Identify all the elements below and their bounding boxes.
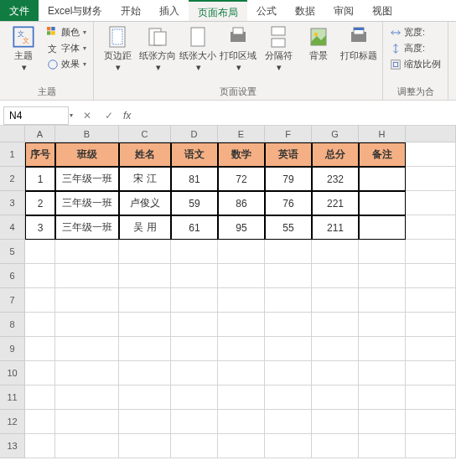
- cell[interactable]: [55, 264, 119, 288]
- cell[interactable]: [171, 313, 218, 337]
- cell[interactable]: 76: [265, 191, 312, 215]
- cell[interactable]: [25, 240, 55, 264]
- cell[interactable]: [25, 410, 55, 434]
- cell[interactable]: [312, 288, 359, 313]
- row-header[interactable]: 12: [0, 410, 25, 434]
- col-header[interactable]: H: [359, 126, 406, 142]
- cell[interactable]: 三年级一班: [55, 167, 119, 191]
- row-header[interactable]: 8: [0, 313, 25, 337]
- namebox-dropdown-icon[interactable]: ▾: [70, 111, 73, 119]
- cell[interactable]: 班级: [55, 142, 119, 167]
- cell[interactable]: [406, 361, 456, 385]
- cell[interactable]: [312, 264, 359, 288]
- breaks-button[interactable]: 分隔符▾: [260, 25, 297, 72]
- cell[interactable]: [119, 410, 171, 434]
- cell[interactable]: 211: [312, 215, 359, 240]
- cell[interactable]: [218, 361, 265, 385]
- cell[interactable]: [25, 288, 55, 313]
- cell[interactable]: 总分: [312, 142, 359, 167]
- tab-start[interactable]: 开始: [111, 0, 150, 21]
- cell[interactable]: [406, 337, 456, 361]
- cell[interactable]: [119, 361, 171, 385]
- cell[interactable]: [406, 313, 456, 337]
- cell[interactable]: [25, 361, 55, 385]
- cell[interactable]: 2: [25, 191, 55, 215]
- cell[interactable]: [406, 264, 456, 288]
- cell[interactable]: 55: [265, 215, 312, 240]
- cancel-icon[interactable]: ✕: [80, 110, 95, 122]
- cell[interactable]: [55, 313, 119, 337]
- print-area-button[interactable]: 打印区域▾: [220, 25, 256, 72]
- cell[interactable]: [312, 313, 359, 337]
- cell[interactable]: [265, 434, 312, 458]
- cell[interactable]: [359, 337, 406, 361]
- cell[interactable]: [359, 240, 406, 264]
- tab-data[interactable]: 数据: [286, 0, 324, 21]
- orientation-button[interactable]: 纸张方向▾: [139, 25, 176, 72]
- scale-button[interactable]: 缩放比例: [388, 57, 443, 71]
- cell[interactable]: [25, 385, 55, 410]
- size-button[interactable]: 纸张大小▾: [179, 25, 216, 72]
- row-header[interactable]: 6: [0, 264, 25, 288]
- row-header[interactable]: 11: [0, 385, 25, 410]
- cell[interactable]: 三年级一班: [55, 215, 119, 240]
- spreadsheet-grid[interactable]: 1 2 3 4 5 6 7 8 9 10 11 12 13 A B C D E …: [0, 126, 456, 476]
- cell[interactable]: [312, 434, 359, 458]
- cell[interactable]: [119, 288, 171, 313]
- cell[interactable]: 吴 用: [119, 215, 171, 240]
- cell[interactable]: [265, 313, 312, 337]
- cell[interactable]: [55, 385, 119, 410]
- cell[interactable]: [312, 337, 359, 361]
- cell[interactable]: 1: [25, 167, 55, 191]
- row-header[interactable]: 5: [0, 240, 25, 264]
- cell[interactable]: 卢俊义: [119, 191, 171, 215]
- cell[interactable]: 81: [171, 167, 218, 191]
- name-box[interactable]: [3, 106, 69, 125]
- cell[interactable]: [406, 410, 456, 434]
- cell[interactable]: [406, 142, 456, 167]
- cell[interactable]: [119, 264, 171, 288]
- cell[interactable]: [171, 410, 218, 434]
- cell[interactable]: 数学: [218, 142, 265, 167]
- cell[interactable]: [218, 240, 265, 264]
- tab-review[interactable]: 审阅: [324, 0, 363, 21]
- cell[interactable]: 三年级一班: [55, 191, 119, 215]
- cell[interactable]: [359, 215, 406, 240]
- cell[interactable]: [25, 264, 55, 288]
- cell[interactable]: [55, 434, 119, 458]
- cell[interactable]: [119, 313, 171, 337]
- print-titles-button[interactable]: 打印标题: [340, 25, 377, 60]
- cell[interactable]: [359, 288, 406, 313]
- cell[interactable]: [406, 167, 456, 191]
- cell[interactable]: [406, 215, 456, 240]
- cell[interactable]: [171, 434, 218, 458]
- cell[interactable]: [406, 434, 456, 458]
- cell[interactable]: [359, 385, 406, 410]
- cell[interactable]: 86: [218, 191, 265, 215]
- cell[interactable]: [265, 264, 312, 288]
- cell[interactable]: [119, 240, 171, 264]
- cell[interactable]: [218, 410, 265, 434]
- cell[interactable]: [25, 313, 55, 337]
- cell[interactable]: 59: [171, 191, 218, 215]
- cell[interactable]: [359, 264, 406, 288]
- row-header[interactable]: 9: [0, 337, 25, 361]
- col-header[interactable]: E: [218, 126, 265, 142]
- col-header[interactable]: C: [119, 126, 171, 142]
- fonts-button[interactable]: 文字体▾: [45, 41, 88, 55]
- cell[interactable]: [359, 410, 406, 434]
- cell[interactable]: [359, 191, 406, 215]
- cell[interactable]: 3: [25, 215, 55, 240]
- cell[interactable]: 序号: [25, 142, 55, 167]
- width-button[interactable]: 宽度:: [388, 25, 443, 39]
- cell[interactable]: [312, 240, 359, 264]
- col-header[interactable]: B: [55, 126, 119, 142]
- cell[interactable]: [218, 385, 265, 410]
- cell[interactable]: 95: [218, 215, 265, 240]
- row-header[interactable]: 2: [0, 167, 25, 191]
- cell[interactable]: [171, 288, 218, 313]
- cell[interactable]: [312, 410, 359, 434]
- cell[interactable]: [218, 313, 265, 337]
- cell[interactable]: [265, 410, 312, 434]
- cell[interactable]: [406, 191, 456, 215]
